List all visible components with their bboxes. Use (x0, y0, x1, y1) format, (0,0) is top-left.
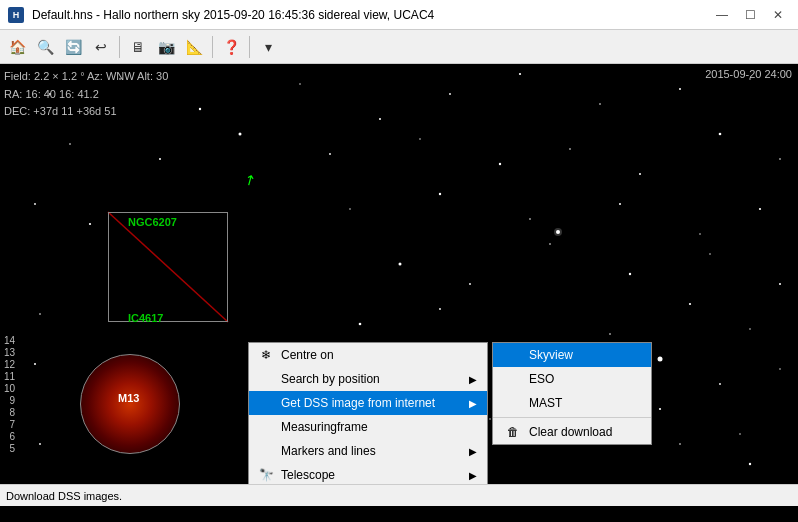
svg-point-57 (658, 357, 663, 362)
window-controls: — ☐ ✕ (710, 5, 790, 25)
status-text: Download DSS images. (6, 490, 122, 502)
hud-info: Field: 2.2 × 1.2 ° Az: WNW Alt: 30 RA: 1… (4, 68, 168, 121)
svg-point-53 (749, 463, 751, 465)
toolbar-home[interactable]: 🏠 (4, 34, 30, 60)
scale-6: 6 (10, 431, 16, 442)
snowflake-icon: ❄ (259, 348, 273, 362)
telescope-icon: 🔭 (259, 468, 273, 482)
ctx-arrow-telescope: ▶ (469, 470, 477, 481)
ctx-search-position[interactable]: Search by position ▶ (249, 367, 487, 391)
ctx-get-dss-label: Get DSS image from internet (281, 396, 435, 410)
svg-point-46 (489, 418, 491, 420)
svg-point-33 (779, 283, 781, 285)
maximize-button[interactable]: ☐ (738, 5, 762, 25)
svg-point-4 (379, 118, 381, 120)
scale-11: 11 (4, 371, 15, 382)
submenu-dss: Skyview ESO MAST 🗑 Clear download (492, 342, 652, 445)
svg-point-14 (419, 138, 420, 139)
trash-icon: 🗑 (505, 425, 521, 439)
svg-point-15 (499, 163, 501, 165)
app-icon: H (8, 7, 24, 23)
ctx-measuringframe[interactable]: Measuringframe (249, 415, 487, 439)
window-title: Default.hns - Hallo northern sky 2015-09… (32, 8, 434, 22)
sub-clear-download[interactable]: 🗑 Clear download (493, 420, 651, 444)
svg-point-35 (359, 323, 362, 326)
svg-point-23 (439, 193, 441, 195)
svg-point-37 (609, 333, 611, 335)
ctx-arrow-dss: ▶ (469, 398, 477, 409)
hud-dec: DEC: +37d 11 +36d 51 (4, 103, 168, 121)
ctx-get-dss[interactable]: Get DSS image from internet ▶ (249, 391, 487, 415)
ctx-arrow-markers: ▶ (469, 446, 477, 457)
minimize-button[interactable]: — (710, 5, 734, 25)
toolbar-camera[interactable]: 📷 (153, 34, 179, 60)
svg-point-44 (779, 368, 780, 369)
hud-ra: RA: 16: 40 16: 41.2 (4, 86, 168, 104)
svg-point-56 (554, 228, 562, 236)
m13-cluster (80, 354, 180, 454)
toolbar-help[interactable]: ❓ (218, 34, 244, 60)
toolbar: 🏠 🔍 🔄 ↩ 🖥 📷 📐 ❓ ▾ (0, 30, 798, 64)
svg-point-17 (639, 173, 641, 175)
sky-view[interactable]: Field: 2.2 × 1.2 ° Az: WNW Alt: 30 RA: 1… (0, 64, 798, 484)
toolbar-separator-1 (119, 36, 120, 58)
scale-9: 9 (10, 395, 16, 406)
ngc-box (108, 212, 228, 322)
close-button[interactable]: ✕ (766, 5, 790, 25)
svg-point-28 (399, 263, 402, 266)
sub-mast[interactable]: MAST (493, 391, 651, 415)
svg-point-21 (89, 223, 91, 225)
svg-point-52 (679, 443, 681, 445)
scale-7: 7 (10, 419, 16, 430)
scale-bar: 14 13 12 11 10 9 8 7 6 5 (4, 335, 15, 454)
hud-field: Field: 2.2 × 1.2 ° Az: WNW Alt: 30 (4, 68, 168, 86)
titlebar-left: H Default.hns - Hallo northern sky 2015-… (8, 7, 434, 23)
svg-point-6 (519, 73, 521, 75)
svg-point-30 (549, 243, 551, 245)
svg-point-10 (69, 143, 71, 145)
svg-point-20 (34, 203, 36, 205)
svg-point-3 (299, 83, 300, 84)
ctx-markers-lines-label: Markers and lines (281, 444, 376, 458)
status-bar: Download DSS images. (0, 484, 798, 506)
ngc-label: NGC6207 (128, 216, 177, 228)
svg-point-12 (239, 133, 242, 136)
svg-point-18 (719, 133, 722, 136)
ctx-centre-on[interactable]: ❄ Centre on (249, 343, 487, 367)
svg-point-22 (349, 208, 350, 209)
svg-point-50 (39, 443, 41, 445)
svg-point-39 (749, 328, 750, 329)
ctx-markers-lines[interactable]: Markers and lines ▶ (249, 439, 487, 463)
ctx-telescope[interactable]: 🔭 Telescope ▶ (249, 463, 487, 484)
svg-point-25 (619, 203, 621, 205)
toolbar-search[interactable]: 🔍 (32, 34, 58, 60)
svg-point-7 (599, 103, 601, 105)
svg-point-27 (759, 208, 761, 210)
toolbar-dropdown[interactable]: ▾ (255, 34, 281, 60)
svg-point-48 (739, 433, 740, 434)
ic-label: IC4617 (128, 312, 163, 324)
toolbar-undo[interactable]: ↩ (88, 34, 114, 60)
ctx-centre-on-label: Centre on (281, 348, 334, 362)
svg-point-43 (719, 383, 721, 385)
ctx-search-position-label: Search by position (281, 372, 380, 386)
toolbar-separator-3 (249, 36, 250, 58)
scale-5: 5 (10, 443, 16, 454)
sub-skyview-label: Skyview (529, 348, 573, 362)
svg-point-38 (689, 303, 691, 305)
context-menu: ❄ Centre on Search by position ▶ Get DSS… (248, 342, 488, 484)
svg-point-36 (439, 308, 441, 310)
scale-12: 12 (4, 359, 15, 370)
toolbar-display[interactable]: 🖥 (125, 34, 151, 60)
sub-eso[interactable]: ESO (493, 367, 651, 391)
svg-point-47 (659, 408, 661, 410)
svg-point-11 (159, 158, 161, 160)
sub-skyview[interactable]: Skyview (493, 343, 651, 367)
toolbar-refresh[interactable]: 🔄 (60, 34, 86, 60)
scale-10: 10 (4, 383, 15, 394)
svg-point-16 (569, 148, 571, 150)
ctx-arrow-search: ▶ (469, 374, 477, 385)
svg-point-8 (679, 88, 681, 90)
m13-label: M13 (118, 392, 139, 404)
toolbar-measure[interactable]: 📐 (181, 34, 207, 60)
